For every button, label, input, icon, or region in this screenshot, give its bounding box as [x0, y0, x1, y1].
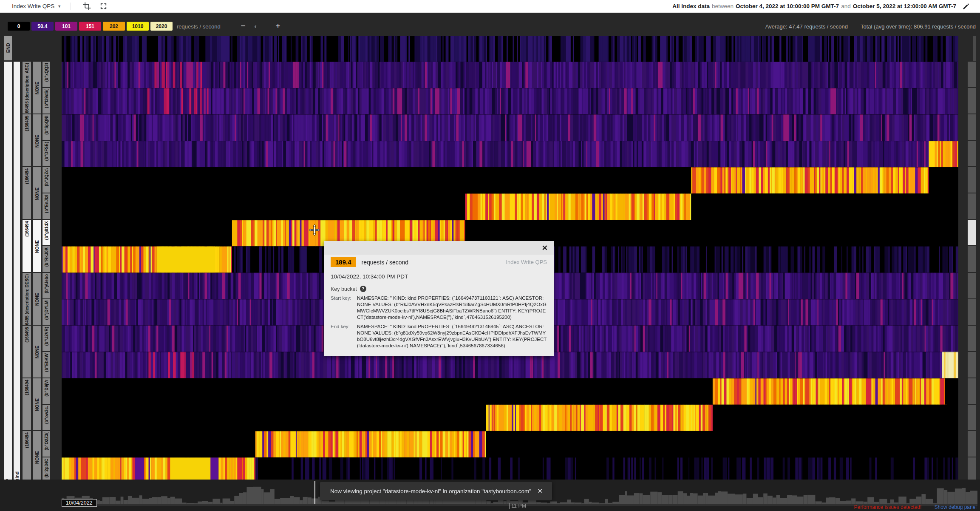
key-row-label: (b"DFSE(	[44, 141, 49, 161]
help-icon[interactable]: ?	[360, 286, 366, 292]
key-row-8[interactable]: (b"yUebo	[42, 273, 50, 298]
legend-chip-2: 101	[55, 22, 77, 31]
index-group-label: (166494	[25, 220, 29, 237]
pencil-icon	[963, 3, 970, 10]
scrollbar-segment-12[interactable]	[968, 378, 976, 404]
index-group-label: (166495	[25, 326, 29, 343]
contrast-icon[interactable]: ◐	[254, 23, 258, 30]
key-row-12[interactable]: (b"D9jVr	[42, 378, 50, 404]
scrollbar-segment-11[interactable]	[968, 352, 976, 378]
key-row-label: (b"U2VR(	[44, 326, 49, 346]
index-group-2[interactable]: (166494	[23, 167, 31, 219]
ancestor-group-5[interactable]: NONE	[33, 326, 41, 378]
project-toast: Now viewing project "datastore-mode-kv-n…	[320, 482, 552, 500]
key-row-4[interactable]: (b"JQZc\	[42, 167, 50, 193]
key-row-label: (b"EnJIzl	[44, 193, 49, 213]
ancestor-group-label: NONE	[34, 80, 40, 94]
key-row-14[interactable]: (b"O2Z3(	[42, 431, 50, 457]
key-row-11[interactable]: (b"EbKW	[42, 352, 50, 378]
key-row-5[interactable]: (b"EnJIzl	[42, 193, 50, 219]
key-row-6[interactable]: (b"g81dX	[42, 220, 50, 245]
range-end: October 5, 2022 at 12:00:00 AM GMT-7	[853, 3, 956, 9]
scrollbar-segment-0[interactable]	[968, 62, 976, 87]
legend-bar: 050.410115120210102020 requests / second…	[0, 13, 980, 36]
ancestor-group-0[interactable]: NONE	[33, 62, 41, 114]
index-group-label: (166495	[25, 114, 29, 131]
ancestor-group-6[interactable]: NONE	[33, 378, 41, 430]
index-group-label: (166495 (description: ASC)	[25, 62, 29, 114]
index-group-label: (166494	[25, 431, 29, 448]
color-scale-legend: 050.410115120210102020	[8, 22, 173, 31]
metric-selector-label: Index Write QPS	[12, 3, 54, 9]
scrollbar-segment-9[interactable]	[968, 299, 976, 325]
ancestor-group-4[interactable]: NONE	[33, 273, 41, 325]
key-row-9[interactable]: (b"jDYLM	[42, 299, 50, 325]
scrollbar-segment-5[interactable]	[968, 193, 976, 219]
index-group-7[interactable]: (166494	[23, 431, 31, 483]
toast-close-icon[interactable]: ✕	[537, 487, 552, 495]
key-row-15[interactable]: (b"2p34C	[42, 457, 50, 483]
index-group-1[interactable]: (166495	[23, 114, 31, 166]
crop-button[interactable]	[79, 0, 95, 13]
key-row-label: (b"l39dS(	[44, 88, 49, 108]
scrollbar-segment-6[interactable]	[968, 220, 976, 245]
edit-range-button[interactable]	[958, 0, 974, 13]
end-marker-label: END	[6, 43, 11, 53]
ancestor-group-3[interactable]: NONE	[33, 220, 41, 272]
scrollbar-segment-4[interactable]	[968, 167, 976, 193]
date-range: All index data between October 4, 2022 a…	[672, 0, 980, 13]
tooltip-timestamp: 10/04/2022, 10:34:00 PM PDT	[331, 273, 547, 280]
key-row-label: (b"ow3c.	[44, 405, 49, 424]
fullscreen-button[interactable]	[95, 0, 112, 13]
zoom-in-button[interactable]: +	[271, 20, 285, 31]
index-group-3[interactable]: (166494	[23, 220, 31, 272]
key-row-2[interactable]: (b"SpQNl	[42, 114, 50, 140]
range-and-word: and	[841, 3, 851, 9]
key-row-label: (b"JQZc\	[44, 167, 49, 186]
legend-chip-3: 151	[79, 22, 101, 31]
key-row-label: (b"EbKW	[44, 352, 49, 372]
key-row-13[interactable]: (b"ow3c.	[42, 405, 50, 430]
range-start: October 4, 2022 at 10:00:00 PM GMT-7	[736, 3, 839, 9]
key-row-10[interactable]: (b"U2VR(	[42, 326, 50, 351]
end-key-label: End key:	[331, 324, 357, 349]
average-stat: Average: 47.47 requests / second	[765, 23, 848, 30]
index-group-0[interactable]: (166495 (description: ASC)	[23, 62, 31, 114]
namespace-rail: "	[4, 62, 12, 484]
index-group-4[interactable]: (166495 (description: DESC)	[23, 273, 31, 325]
scrollbar-segment-13[interactable]	[968, 405, 976, 430]
ancestor-group-1[interactable]: NONE	[33, 114, 41, 166]
scrollbar-segment-7[interactable]	[968, 246, 976, 272]
ancestor-group-7[interactable]: NONE	[33, 431, 41, 483]
scrollbar-segment-1[interactable]	[968, 88, 976, 114]
key-row-7[interactable]: (b"RkJ0A	[42, 246, 50, 272]
key-row-0[interactable]: (b"xQQ3t	[42, 62, 50, 87]
key-row-3[interactable]: (b"DFSE(	[42, 141, 50, 166]
index-group-5[interactable]: (166495	[23, 326, 31, 378]
scrollbar-segment-14[interactable]	[968, 431, 976, 457]
show-debug-panel-link[interactable]: Show debug panel	[935, 504, 977, 510]
metric-selector[interactable]: Index Write QPS ▼	[12, 3, 61, 9]
key-row-label: (b"jDYLM	[44, 299, 49, 320]
key-row-label: (b"O2Z3(	[44, 431, 49, 451]
end-marker: END	[4, 36, 12, 60]
total-stat: Total (avg over time): 806.91 requests /…	[861, 23, 976, 30]
zoom-out-button[interactable]: −	[236, 20, 250, 31]
start-key-value: NAMESPACE: " KIND: kind PROPERTIES: (`16…	[357, 295, 547, 321]
index-group-6[interactable]: (166494	[23, 378, 31, 430]
ancestor-group-label: NONE	[34, 186, 40, 200]
close-icon[interactable]: ✕	[542, 244, 548, 253]
performance-warning: Performance issues detected!	[854, 504, 922, 510]
legend-chip-1: 50.4	[31, 22, 54, 31]
ancestor-group-label: NONE	[34, 397, 40, 411]
scrollbar-segment-2[interactable]	[968, 114, 976, 140]
key-row-label: (b"g81dX	[44, 220, 49, 240]
header-divider	[71, 3, 71, 10]
legend-chip-6: 2020	[150, 22, 173, 31]
scrollbar-segment-3[interactable]	[968, 141, 976, 166]
key-row-1[interactable]: (b"l39dS(	[42, 88, 50, 114]
scrollbar-segment-8[interactable]	[968, 273, 976, 298]
scrollbar-segment-15[interactable]	[968, 457, 976, 483]
ancestor-group-2[interactable]: NONE	[33, 167, 41, 219]
scrollbar-segment-10[interactable]	[968, 326, 976, 351]
